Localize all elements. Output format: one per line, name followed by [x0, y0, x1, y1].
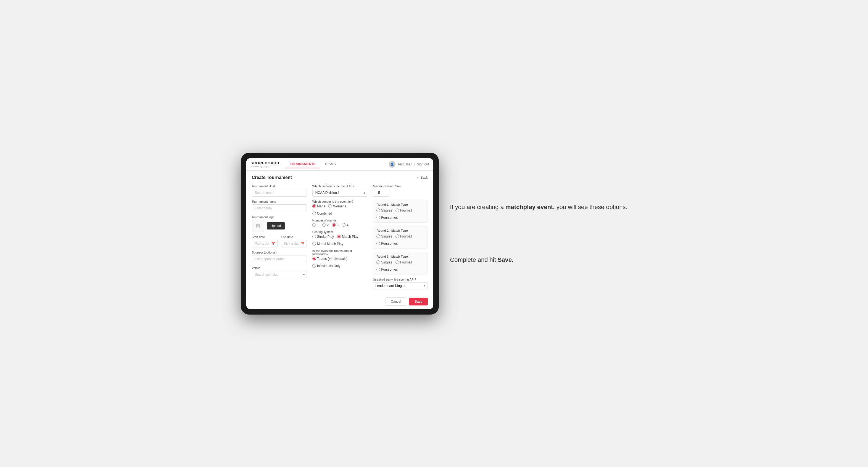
round3-fourball-option[interactable]: Fourball [396, 260, 412, 264]
round1-foursomes-option[interactable]: Foursomes [376, 216, 398, 220]
right-column: Maximum Team Size Round 1 - Match Type S… [373, 185, 428, 289]
gender-group: Which gender is the event for? Mens Wome… [312, 200, 367, 215]
round-4-radio[interactable] [342, 223, 345, 227]
api-tag-chevron[interactable]: ▾ [424, 284, 425, 287]
rounds-label: Number of rounds [312, 219, 367, 222]
round3-foursomes-option[interactable]: Foursomes [376, 268, 398, 272]
cancel-button[interactable]: Cancel [385, 298, 406, 306]
individuals-only-option[interactable]: Individuals Only [312, 264, 341, 268]
venue-input[interactable] [252, 271, 307, 278]
sponsor-group: Sponsor (optional) [252, 251, 307, 263]
logo-subtitle: Powered by clippit [251, 165, 279, 168]
medal-match-option[interactable]: Medal Match Play [312, 242, 343, 246]
back-link[interactable]: ← Back [416, 176, 428, 180]
tournament-logo-label: Tournament logo [252, 215, 307, 219]
end-date-input[interactable] [281, 240, 307, 247]
individuals-radio[interactable] [312, 264, 316, 268]
round1-singles-radio[interactable] [376, 209, 380, 212]
gender-womens-radio[interactable] [329, 205, 332, 208]
round2-foursomes-label: Foursomes [381, 242, 398, 246]
tournament-host-group: Tournament Host [252, 185, 307, 197]
gender-combined-radio[interactable] [312, 212, 316, 215]
tournament-host-input[interactable] [252, 189, 307, 197]
logo-upload-area: 🖼 Upload [252, 220, 307, 232]
save-button[interactable]: Save [409, 298, 428, 306]
tournament-name-group: Tournament name [252, 200, 307, 212]
round3-foursomes-radio[interactable] [376, 268, 380, 271]
round3-singles-radio[interactable] [376, 260, 380, 264]
start-date-wrapper: 📅 [252, 240, 278, 247]
round-2-option[interactable]: 2 [322, 223, 329, 227]
api-tag-close-button[interactable]: × [403, 284, 406, 288]
match-play-option[interactable]: Match Play [337, 235, 358, 239]
tournament-name-input[interactable] [252, 205, 307, 212]
match-play-label: Match Play [342, 235, 358, 239]
round1-fourball-radio[interactable] [396, 209, 399, 212]
round-3-option[interactable]: 3 [332, 223, 339, 227]
round3-foursomes-label: Foursomes [381, 268, 398, 272]
round-3-radio[interactable] [332, 223, 336, 227]
gender-womens-option[interactable]: Womens [329, 205, 346, 208]
round-1-option[interactable]: 1 [312, 223, 319, 227]
tab-teams[interactable]: TEAMS [321, 160, 340, 168]
scoring-group: Scoring system Stroke Play Match Play [312, 230, 367, 246]
end-date-wrapper: 📅 [281, 240, 307, 247]
avatar: 👤 [389, 161, 396, 168]
tournament-logo-group: Tournament logo 🖼 Upload [252, 215, 307, 232]
gender-combined-option[interactable]: Combined [312, 212, 332, 215]
round1-singles-option[interactable]: Singles [376, 209, 392, 212]
teams-group: Is this event for Teams and/or Individua… [312, 249, 367, 268]
round1-foursomes-radio[interactable] [376, 216, 380, 219]
nav-bar: SCOREBOARD Powered by clippit TOURNAMENT… [246, 158, 434, 171]
division-select[interactable]: NCAA Division I [312, 189, 367, 197]
end-date-label: End date [281, 235, 307, 239]
round2-fourball-option[interactable]: Fourball [396, 235, 412, 238]
round2-foursomes-radio[interactable] [376, 242, 380, 245]
api-label: Use third-party live scoring API? [373, 278, 428, 281]
round2-fourball-radio[interactable] [396, 235, 399, 238]
teams-individuals-option[interactable]: Teams (+Individuals) [312, 257, 347, 261]
tab-tournaments[interactable]: TOURNAMENTS [286, 160, 319, 168]
round1-match-type-section: Round 1 - Match Type Singles Fourball [373, 200, 428, 223]
division-label: Which division is the event for? [312, 185, 367, 188]
left-column: Tournament Host Tournament name Tourname… [252, 185, 307, 289]
round-2-label: 2 [327, 223, 329, 227]
round2-foursomes-option[interactable]: Foursomes [376, 242, 398, 246]
round-1-radio[interactable] [312, 223, 316, 227]
page-title: Create Tournament [252, 175, 292, 180]
round3-fourball-radio[interactable] [396, 260, 399, 264]
round2-match-type-radio-group: Singles Fourball Foursomes [376, 235, 424, 246]
round-2-radio[interactable] [322, 223, 326, 227]
venue-group: Venue [252, 266, 307, 278]
gender-label: Which gender is the event for? [312, 200, 367, 203]
annotation-top-text2: you will see these options. [555, 204, 627, 211]
teams-label-text: Teams (+Individuals) [317, 257, 347, 261]
round1-singles-label: Singles [381, 209, 392, 212]
scoring-label: Scoring system [312, 230, 367, 234]
round2-singles-radio[interactable] [376, 235, 380, 238]
teams-label: Is this event for Teams and/or Individua… [312, 249, 367, 256]
gender-mens-radio[interactable] [312, 205, 316, 208]
round1-match-type-radio-group: Singles Fourball Foursomes [376, 209, 424, 220]
round1-fourball-option[interactable]: Fourball [396, 209, 412, 212]
teams-radio[interactable] [312, 257, 316, 260]
round2-singles-option[interactable]: Singles [376, 235, 392, 238]
round3-match-type-section: Round 3 - Match Type Singles Fourball [373, 252, 428, 275]
sponsor-input[interactable] [252, 255, 307, 263]
gender-radio-group: Mens Womens Combined [312, 205, 367, 215]
api-group: Use third-party live scoring API? Leader… [373, 278, 428, 289]
round3-singles-option[interactable]: Singles [376, 260, 392, 264]
medal-match-radio[interactable] [312, 242, 316, 246]
start-date-input[interactable] [252, 240, 278, 247]
max-team-size-input[interactable] [373, 189, 390, 197]
venue-select-wrapper [252, 271, 307, 278]
gender-mens-option[interactable]: Mens [312, 205, 325, 208]
sign-out-link[interactable]: Sign out [417, 162, 429, 166]
round-4-option[interactable]: 4 [342, 223, 348, 227]
medal-match-label: Medal Match Play [317, 242, 343, 246]
match-play-radio[interactable] [337, 235, 341, 238]
rounds-group: Number of rounds 1 2 [312, 219, 367, 227]
stroke-play-radio[interactable] [312, 235, 316, 238]
stroke-play-option[interactable]: Stroke Play [312, 235, 334, 239]
upload-button[interactable]: Upload [267, 222, 285, 229]
